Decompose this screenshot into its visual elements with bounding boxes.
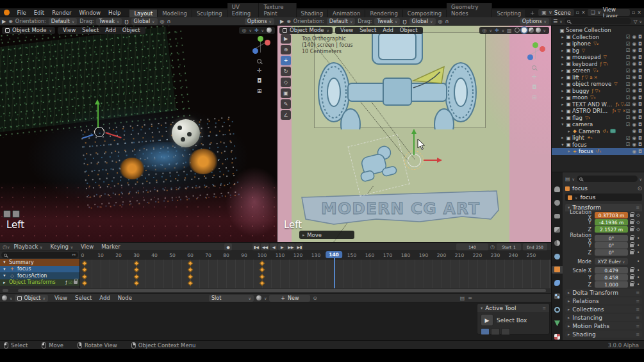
keyframe-summary-f100[interactable] (260, 260, 265, 265)
properties-search-input[interactable] (577, 176, 638, 182)
disclosure-icon[interactable]: ▸ (560, 54, 565, 60)
snap-select[interactable]: Global∨ (131, 18, 158, 25)
outliner-row-mousepad[interactable]: ▸▣ mousepad▽☑◉◘ (552, 54, 644, 61)
outliner-row-camera[interactable]: ▾▣ camera☑◉◘ (552, 121, 644, 128)
axis-x-handle[interactable] (265, 40, 270, 45)
eye-icon[interactable]: ◉ (632, 108, 637, 114)
pan-hand-icon[interactable]: ✛ (532, 74, 537, 80)
snap-magnet-icon[interactable]: Ω (402, 19, 406, 24)
drag-select[interactable]: Tweak∨ (374, 18, 400, 25)
keyframe-toggle[interactable]: ◇ (635, 227, 641, 232)
eye-icon[interactable]: ◉ (632, 128, 637, 134)
new-material-button[interactable]: +New (269, 295, 310, 302)
eye-icon[interactable]: ◉ (632, 34, 637, 40)
lock-icon[interactable] (628, 237, 635, 240)
eye-icon[interactable]: ◉ (632, 81, 637, 87)
tool-annotate[interactable]: ✎ (281, 99, 291, 109)
checkbox-icon[interactable]: ☑ (626, 81, 631, 87)
options-dropdown[interactable]: Options∨ (245, 18, 274, 25)
keyframe-focusaction-f30[interactable] (134, 274, 139, 279)
menu-help[interactable]: Help (104, 10, 124, 16)
channel-focus[interactable]: ▾+focus (0, 266, 79, 273)
keyframe-summary-f60[interactable] (188, 260, 193, 265)
checkbox-icon[interactable]: ☑ (626, 47, 631, 53)
viewport-right[interactable]: MODERN CG ART Object Mode∨ ViewSelectAdd… (277, 26, 551, 242)
keyframe-object-transforms-f60[interactable] (188, 281, 193, 286)
keyframe-toggle[interactable]: • (635, 243, 641, 248)
properties-tab-scene[interactable] (552, 239, 563, 247)
checkbox-icon[interactable]: ☑ (626, 95, 631, 101)
outliner-filter-icon[interactable]: ▽ (633, 19, 637, 24)
eye-icon[interactable]: ◉ (632, 135, 637, 141)
current-frame-field[interactable]: 140 (456, 243, 488, 251)
tool-transform[interactable]: ▣ (281, 88, 291, 98)
camera-view-icon[interactable]: ◘ (257, 78, 261, 84)
select-mode-subtract[interactable] (501, 328, 510, 335)
timeline-scrollbar[interactable] (18, 289, 546, 292)
shader-menu-view[interactable]: View (51, 295, 71, 301)
falloff-icon[interactable]: ∩ (167, 19, 171, 24)
viewport-menu-object[interactable]: Object (398, 27, 420, 33)
workspace-tab-layout[interactable]: Layout (129, 10, 158, 17)
properties-tab-output[interactable] (552, 212, 563, 220)
properties-tab-physics[interactable] (552, 306, 563, 314)
falloff-icon[interactable]: ∩ (445, 19, 449, 24)
viewport-left[interactable]: Object Mode∨ ViewSelectAddObject ◎∨ ✛∨ ✛… (0, 26, 277, 242)
axis-y-handle[interactable] (258, 36, 263, 42)
eye-icon[interactable]: ◉ (632, 47, 637, 53)
checkbox-icon[interactable]: ☑ (626, 142, 631, 147)
tool-move[interactable]: + (281, 56, 291, 65)
view-layer-selector[interactable]: ❏∨View Layer (588, 9, 630, 16)
workspace-tab-geometry-nodes[interactable]: Geometry Nodes (447, 3, 492, 17)
properties-tab-render[interactable] (552, 199, 563, 207)
new-scene-icon[interactable]: ▫ (576, 10, 579, 15)
material-browse-icon[interactable] (256, 295, 261, 300)
snap-magnet-icon[interactable]: Ω (124, 19, 128, 24)
disclosure-icon[interactable]: ▸ (560, 135, 565, 140)
options-dropdown[interactable]: Options∨ (520, 18, 549, 25)
eye-icon[interactable]: ◉ (632, 115, 637, 120)
viewport-menu-select[interactable]: Select (80, 27, 101, 33)
outliner-display-mode-icon[interactable]: ☰ (553, 19, 557, 24)
keyframe-summary-f1[interactable] (82, 260, 87, 265)
shader-menu-node[interactable]: Node (114, 295, 136, 301)
select-box-tool-button[interactable]: ▶ (481, 314, 493, 326)
properties-tab-modifiers[interactable] (552, 279, 563, 287)
checkbox-icon[interactable]: ☑ (626, 88, 631, 94)
lock-icon[interactable] (628, 244, 635, 247)
properties-tab-particles[interactable] (552, 292, 563, 300)
move-gizmo-red-axis[interactable] (424, 160, 438, 161)
properties-tab-object[interactable] (552, 266, 563, 274)
outliner-row-buggy[interactable]: ▸▣ buggyƒ ▽₂☑◉◘ (552, 88, 644, 95)
outliner-row-bg[interactable]: ▸▣ bg▽☑◉◘ (552, 47, 644, 54)
keyframe-focus-f100[interactable] (260, 267, 265, 272)
menu-render[interactable]: Render (48, 10, 75, 16)
panel-collections[interactable]: ▸Collections≡ (565, 306, 642, 313)
disclosure-icon[interactable]: ▸ (560, 95, 565, 100)
material-shading-icon[interactable] (529, 28, 534, 33)
active-tool-header[interactable]: ▾ Active Tool ≡ (477, 304, 549, 312)
channel-object-transforms[interactable]: ▸Object Transformsƒ☑ (0, 279, 79, 286)
timeline-scroll-nub[interactable] (3, 289, 8, 292)
outliner-row-focus[interactable]: ▾▣ focus☑◉◘ (552, 142, 644, 149)
keyframe-toggle[interactable]: • (635, 282, 641, 287)
jump-to-start-button[interactable]: ▮◀ (252, 243, 260, 251)
ortho-toggle-icon[interactable]: ⊞ (257, 88, 262, 94)
render-visibility-icon[interactable]: ◘ (638, 149, 642, 154)
panel-shading[interactable]: ▸Shading≡ (565, 331, 642, 338)
checkbox-icon[interactable]: ☑ (626, 34, 631, 40)
outliner-row-text-and-wood[interactable]: ▸▣ TEXT AND WOODƒ₄ ▽₂☑◉◘ (552, 101, 644, 108)
shader-menu-add[interactable]: Add (95, 295, 113, 301)
keyframe-toggle[interactable]: ◇ (635, 220, 641, 225)
outliner-row-object-remove[interactable]: ▸▣ object remove▽☑◉◘ (552, 81, 644, 88)
disclosure-icon[interactable]: ▾ (2, 273, 7, 278)
gizmo-circle[interactable] (94, 127, 104, 137)
disclosure-icon[interactable]: ▸ (560, 62, 565, 67)
eye-icon[interactable]: ◉ (632, 88, 637, 94)
zoom-icon[interactable] (257, 59, 261, 63)
field-y[interactable]: 0.458 (595, 274, 628, 281)
add-workspace-tab[interactable]: + (526, 10, 538, 16)
gizmos-icon[interactable]: ✛ (495, 28, 499, 33)
checkbox-icon[interactable]: ☑ (626, 122, 631, 128)
overlays-icon[interactable]: ◎ (483, 28, 487, 33)
